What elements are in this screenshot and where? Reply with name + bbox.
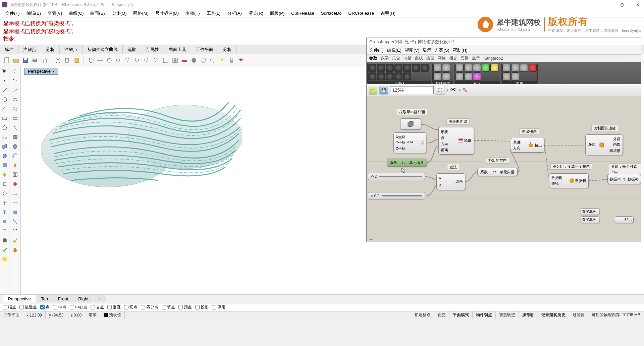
gh-geom-icon[interactable] <box>368 72 376 80</box>
surface-tool[interactable] <box>1 143 8 150</box>
viewport-dropdown-icon[interactable]: ▾ <box>53 69 54 73</box>
gh-slider-2[interactable]: ○ 0.2 <box>368 192 425 199</box>
gh-node-unitvec2[interactable]: 系数 ↿z 单元向量 <box>477 168 518 176</box>
curve2-tool[interactable] <box>11 190 19 197</box>
shape-tool[interactable] <box>11 96 19 103</box>
gh-tab-math[interactable]: 数学 <box>381 55 389 61</box>
status-gridsnap[interactable]: 锁定格点 <box>411 311 434 319</box>
lock-icon[interactable] <box>227 56 235 64</box>
osnap-交点[interactable]: 交点 <box>91 304 104 310</box>
menu-analyze[interactable]: 分析(A) <box>225 10 244 17</box>
gh-node-flatten[interactable]: 数据树 路径 数据树 <box>549 173 589 188</box>
menu-transform[interactable]: 变动(T) <box>183 10 202 17</box>
menu-grcrelease[interactable]: GRCRelease <box>346 10 376 16</box>
tab-annotation1[interactable]: 注解点 <box>18 45 41 54</box>
solid-tool[interactable] <box>1 152 8 160</box>
circle-tool[interactable] <box>1 96 8 103</box>
fillet-tool[interactable] <box>11 152 19 160</box>
gh-geom-icon[interactable] <box>394 64 402 72</box>
gh-tab-display[interactable]: 显示 <box>472 55 480 61</box>
gh-node-numslider2[interactable]: 数字滑块 <box>581 216 599 223</box>
close-button[interactable]: ✕ <box>633 2 642 8</box>
gh-input-icon[interactable] <box>482 64 490 72</box>
status-layer[interactable]: 预设值 <box>100 311 125 319</box>
gh-prim-icon[interactable] <box>442 64 450 72</box>
menu-dimension[interactable]: 尺寸标注(D) <box>153 10 181 17</box>
zoom-extents-button[interactable] <box>133 56 142 64</box>
gh-util-icon[interactable] <box>502 64 511 72</box>
save-button[interactable] <box>21 56 30 64</box>
tab-annotation2[interactable]: 注解点 <box>60 45 83 54</box>
osnap-投影[interactable]: 投影 <box>195 304 209 310</box>
gh-geom-icon[interactable] <box>412 64 420 72</box>
gh-geom-icon[interactable] <box>421 64 429 72</box>
planar-tool[interactable] <box>11 115 19 122</box>
zoom-in-button[interactable] <box>115 56 123 64</box>
gh-tab-sets[interactable]: 集合 <box>392 55 400 61</box>
check-tool[interactable] <box>1 246 8 253</box>
shade-button[interactable] <box>190 56 198 64</box>
gh-input-icon[interactable] <box>490 64 498 72</box>
osnap-最近点[interactable]: 最近点 <box>19 304 37 310</box>
gh-input-icon[interactable] <box>455 72 464 80</box>
sphere-tool[interactable] <box>11 143 19 150</box>
gh-menu-edit[interactable]: 编辑(E) <box>387 47 401 53</box>
gh-tab-params[interactable]: 参数 <box>369 55 377 61</box>
arrow-icon[interactable] <box>1 68 8 75</box>
split-tool[interactable] <box>11 171 19 178</box>
gh-tab-mesh[interactable]: 网格 <box>438 55 446 61</box>
points-tool[interactable] <box>11 77 19 84</box>
viewport-label[interactable]: Perspective ▾ <box>24 68 58 75</box>
gh-util-icon[interactable] <box>511 72 519 80</box>
cut-button[interactable] <box>54 56 62 64</box>
sweep-tool[interactable] <box>11 124 19 131</box>
gh-node-extrude[interactable]: 基准 方向 挤出 <box>511 138 544 153</box>
status-planar[interactable]: 平面模式 <box>449 311 473 319</box>
view-tab-perspective[interactable]: Perspective <box>3 295 36 302</box>
gh-input-icon[interactable] <box>473 64 481 72</box>
flame-icon[interactable] <box>11 162 19 169</box>
undo-button[interactable] <box>87 56 95 64</box>
gh-geom-icon[interactable] <box>386 72 394 80</box>
menu-render[interactable]: 渲染(R) <box>247 10 265 17</box>
osnap-四分点[interactable]: 四分点 <box>141 304 158 310</box>
gh-geom-icon[interactable] <box>377 72 385 80</box>
tab-select[interactable]: 选取 <box>123 45 141 54</box>
rotate-button[interactable] <box>105 56 113 64</box>
gh-geom-icon[interactable] <box>394 72 402 80</box>
gh-titlebar[interactable]: Grasshopper(林师兄 译)-博物馆参数化设计* <box>367 38 641 46</box>
status-cplane[interactable]: 工作平面 <box>0 311 23 319</box>
dots-icon[interactable] <box>11 227 19 235</box>
gh-node-brep[interactable]: Brep 外露 内部 非流形 <box>585 134 623 155</box>
gh-geom-icon[interactable] <box>377 64 385 72</box>
gh-node-unitvec-selected[interactable]: 系数 ↿z 单元向量 <box>387 159 427 167</box>
explode-icon[interactable] <box>1 171 8 178</box>
paste-button[interactable] <box>73 56 81 64</box>
mesh-tool[interactable] <box>1 227 8 235</box>
gh-open-button[interactable]: 📂 <box>369 86 377 95</box>
surface2-tool[interactable] <box>11 133 19 141</box>
4view-button[interactable] <box>171 56 179 64</box>
menu-panels[interactable]: 面板(P) <box>268 10 286 17</box>
tab-cplane[interactable]: 工作平面 <box>191 45 218 54</box>
status-ortho[interactable]: 正交 <box>434 311 449 319</box>
edit-tool[interactable] <box>1 180 8 188</box>
point-tool[interactable] <box>1 77 8 84</box>
layer-icon[interactable] <box>237 56 245 64</box>
tab-visibility[interactable]: 可见性 <box>141 45 164 54</box>
menu-mesh[interactable]: 网格(M) <box>131 10 151 17</box>
status-osnap[interactable]: 物件锁点 <box>473 311 496 319</box>
gh-node-graft[interactable]: 数据树 数据树 <box>607 174 641 184</box>
array-tool[interactable] <box>11 218 19 225</box>
gh-sketch-button[interactable]: ✎ <box>463 86 468 95</box>
gh-prim-icon[interactable] <box>433 64 441 72</box>
osnap-点[interactable]: 点 <box>40 304 50 310</box>
minimize-button[interactable]: — <box>601 2 611 8</box>
menu-surface[interactable]: 曲面(S) <box>88 10 107 17</box>
menu-solid[interactable]: 实体(O) <box>110 10 129 17</box>
gh-input-icon[interactable] <box>464 72 472 80</box>
status-history[interactable]: 记录建构历史 <box>538 311 569 319</box>
polyline-tool[interactable] <box>11 86 19 94</box>
gh-menu-solution[interactable]: 方案(S) <box>435 47 449 53</box>
osnap-节点[interactable]: 节点 <box>162 304 175 310</box>
